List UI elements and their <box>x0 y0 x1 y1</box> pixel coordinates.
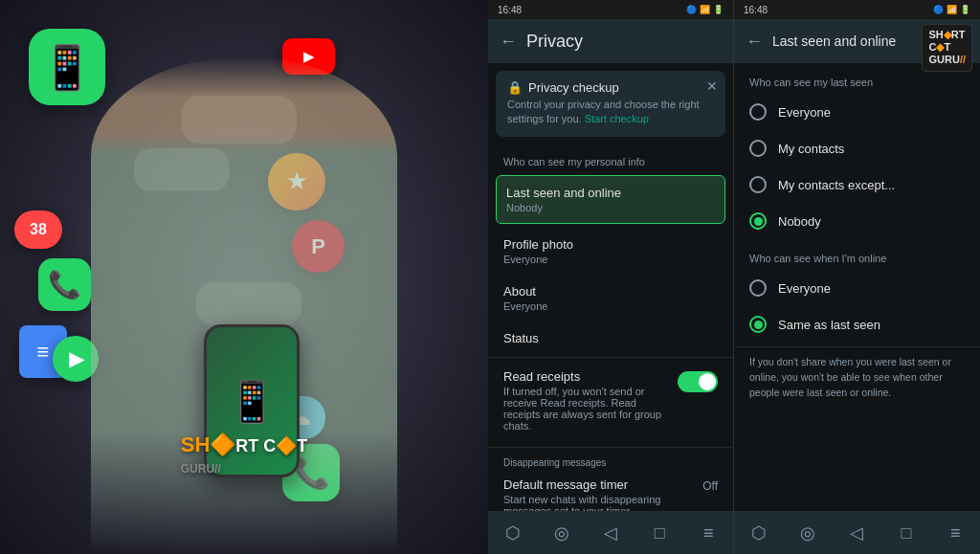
disappearing-desc: Start new chats with disappearing messag… <box>503 494 702 511</box>
profile-photo-title: Profile photo <box>503 237 718 252</box>
whatsapp-small-icon-1: 📞 <box>38 258 91 311</box>
nav-bar-2: ⬡ ◎ ◁ □ ≡ <box>734 511 980 554</box>
last-seen-content: Who can see my last seen Everyone My con… <box>734 63 980 511</box>
radio-everyone-circle <box>749 103 767 121</box>
nav-circle-icon[interactable]: ◎ <box>545 516 579 550</box>
about-title: About <box>503 284 718 299</box>
profile-photo-menu-item[interactable]: Profile photo Everyone <box>488 228 733 275</box>
nav-square-icon[interactable]: □ <box>642 516 677 550</box>
notification-badge: 38 <box>14 211 62 249</box>
radio-nobody-label: Nobody <box>778 214 821 229</box>
radio-mycontacts-label: My contacts <box>778 142 844 156</box>
read-receipts-title: Read receipts <box>503 369 668 384</box>
privacy-header: ← Privacy <box>488 19 733 63</box>
profile-photo-sub: Everyone <box>503 254 718 265</box>
person-image <box>91 56 397 554</box>
privacy-title: Privacy <box>526 32 583 52</box>
disappearing-text: Default message timer Start new chats wi… <box>503 477 702 511</box>
radio-same-label: Same as last seen <box>778 318 880 332</box>
radio-same-as-lastseen[interactable]: Same as last seen <box>734 306 980 343</box>
nav2-menu-icon[interactable]: ≡ <box>938 516 972 550</box>
nav-back-icon[interactable]: ◁ <box>593 516 628 550</box>
battery-icon-2: 🔋 <box>960 5 970 14</box>
whatsapp-main-icon: 📱 <box>29 29 105 105</box>
read-receipts-text: Read receipts If turned off, you won't s… <box>503 369 668 432</box>
logo-line-2: C◆T <box>928 41 966 54</box>
radio-online-everyone-circle <box>749 279 767 297</box>
divider-1 <box>488 357 733 358</box>
bluetooth-icon: 🔵 <box>686 5 697 14</box>
status-menu-item[interactable]: Status <box>488 321 733 355</box>
radio-mycontacts-circle <box>749 140 767 157</box>
about-sub: Everyone <box>503 300 718 312</box>
nav2-home-icon[interactable]: ⬡ <box>742 516 776 550</box>
radio-except-label: My contacts except... <box>778 178 895 192</box>
battery-icon: 🔋 <box>713 5 724 14</box>
signal-icon-2: 📶 <box>947 5 957 14</box>
last-seen-panel: 16:48 🔵 📶 🔋 ← Last seen and online SH◆RT… <box>734 0 980 554</box>
radio-except-circle <box>749 176 767 193</box>
last-seen-title: Last seen and online <box>506 186 715 200</box>
nav-home-icon[interactable]: ⬡ <box>496 516 530 550</box>
about-menu-item[interactable]: About Everyone <box>488 275 733 321</box>
nav-bar-1: ⬡ ◎ ◁ □ ≡ <box>488 511 733 554</box>
logo-line-3: GURU// <box>928 54 966 66</box>
photo-section: 📱 ▶ 38 📞 ≡ ★ P ☁ ▶ 📞 📱 SH🔶RT C🔶T GURU// <box>0 0 488 554</box>
shortcut-guru-brand-bottom: SH🔶RT C🔶T GURU// <box>181 432 308 477</box>
radio-everyone-online[interactable]: Everyone <box>734 270 980 306</box>
logo-line-1: SH◆RT <box>928 29 966 41</box>
privacy-content: 🔒 Privacy checkup Control your privacy a… <box>488 63 733 511</box>
radio-everyone-lastseen[interactable]: Everyone <box>734 94 980 130</box>
disappearing-title: Default message timer <box>503 477 702 492</box>
disappearing-section: Disappearing messages Default message ti… <box>488 447 733 511</box>
last-seen-title-header: Last seen and online <box>772 33 896 49</box>
status-icons-1: 🔵 📶 🔋 <box>686 5 724 14</box>
last-seen-sub: Nobody <box>506 202 715 213</box>
radio-everyone-label: Everyone <box>778 105 831 120</box>
shortcut-guru-logo: SH◆RT C◆T GURU// <box>922 24 972 72</box>
signal-icon: 📶 <box>700 5 710 14</box>
radio-online-everyone-label: Everyone <box>778 281 831 296</box>
time-1: 16:48 <box>498 5 522 15</box>
disappearing-value: Off <box>702 479 718 493</box>
checkup-banner[interactable]: 🔒 Privacy checkup Control your privacy a… <box>496 71 725 137</box>
read-receipts-row[interactable]: Read receipts If turned off, you won't s… <box>488 360 733 441</box>
back-button-1[interactable]: ← <box>500 32 517 52</box>
nav2-square-icon[interactable]: □ <box>889 516 924 550</box>
read-receipts-toggle[interactable] <box>678 371 718 392</box>
status-title: Status <box>503 331 718 345</box>
last-seen-menu-item[interactable]: Last seen and online Nobody <box>496 175 725 224</box>
disappearing-label: Disappearing messages <box>488 448 733 470</box>
privacy-note: If you don't share when you were last se… <box>734 346 980 408</box>
read-receipts-desc: If turned off, you won't send or receive… <box>503 386 668 432</box>
checkup-desc: Control your privacy and choose the righ… <box>507 98 714 127</box>
time-2: 16:48 <box>744 5 768 15</box>
back-button-2[interactable]: ← <box>746 32 763 52</box>
status-bar-2: 16:48 🔵 📶 🔋 <box>734 0 980 19</box>
nav2-back-icon[interactable]: ◁ <box>839 516 874 550</box>
status-bar-1: 16:48 🔵 📶 🔋 <box>488 0 733 19</box>
radio-nobody-lastseen[interactable]: Nobody <box>734 203 980 239</box>
radio-mycontacts-except-lastseen[interactable]: My contacts except... <box>734 166 980 203</box>
nav-menu-icon[interactable]: ≡ <box>691 516 725 550</box>
nav2-circle-icon[interactable]: ◎ <box>791 516 825 550</box>
personal-info-label: Who can see my personal info <box>488 144 733 171</box>
lock-icon: 🔒 <box>507 80 523 95</box>
radio-mycontacts-lastseen[interactable]: My contacts <box>734 130 980 166</box>
disappearing-row[interactable]: Default message timer Start new chats wi… <box>488 470 733 511</box>
privacy-panel: 16:48 🔵 📶 🔋 ← Privacy 🔒 Privacy checkup <box>488 0 734 554</box>
radio-same-circle <box>749 316 767 333</box>
start-checkup-link[interactable]: Start checkup <box>585 113 649 124</box>
online-section-label: Who can see when I'm online <box>734 239 980 270</box>
bluetooth-icon-2: 🔵 <box>933 5 944 14</box>
checkup-title: 🔒 Privacy checkup <box>507 80 714 95</box>
status-icons-2: 🔵 📶 🔋 <box>933 5 970 14</box>
radio-nobody-circle <box>749 212 767 230</box>
close-banner-button[interactable]: ✕ <box>706 78 718 94</box>
panels-area: 16:48 🔵 📶 🔋 ← Privacy 🔒 Privacy checkup <box>488 0 980 554</box>
